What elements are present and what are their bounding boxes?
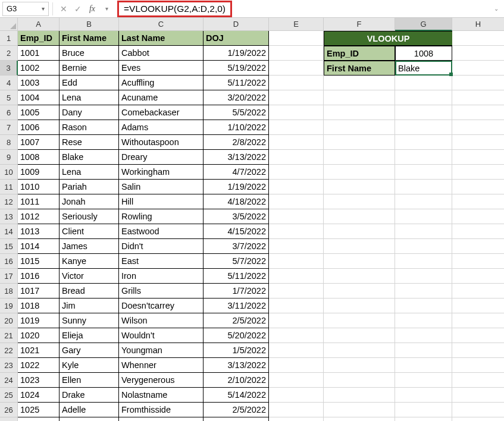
cell[interactable]: Blake — [60, 150, 119, 165]
header-lastname[interactable]: Last Name — [119, 31, 204, 46]
row-header[interactable]: 20 — [0, 313, 18, 328]
cell-empty[interactable] — [395, 403, 452, 417]
cell-empty[interactable] — [324, 417, 395, 421]
cell[interactable]: 3/13/2022 — [204, 150, 269, 165]
cell[interactable]: 1021 — [18, 343, 60, 358]
row-header[interactable]: 27 — [0, 417, 18, 421]
cell[interactable]: 3/11/2022 — [204, 299, 269, 313]
cell-empty[interactable] — [395, 180, 452, 194]
row-header[interactable]: 3 — [0, 61, 18, 76]
cell[interactable]: 1009 — [18, 165, 60, 180]
cell[interactable]: Workingham — [119, 165, 204, 180]
cell-empty[interactable] — [452, 194, 504, 209]
row-header[interactable]: 15 — [0, 239, 18, 254]
cell[interactable]: 1017 — [18, 284, 60, 299]
cell-empty[interactable] — [324, 388, 395, 403]
cell[interactable]: 1011 — [18, 194, 60, 209]
cell[interactable]: Nolastname — [119, 388, 204, 403]
cell-empty[interactable] — [395, 90, 452, 105]
cell-empty[interactable] — [324, 120, 395, 135]
cell-empty[interactable] — [324, 254, 395, 269]
cell[interactable]: Eastwood — [119, 224, 204, 239]
cell[interactable]: 5/7/2022 — [204, 254, 269, 269]
cell-empty[interactable] — [269, 224, 324, 239]
cell-empty[interactable] — [395, 284, 452, 299]
cell-empty[interactable] — [324, 403, 395, 417]
cell[interactable]: 1001 — [18, 46, 60, 61]
cell-empty[interactable] — [395, 209, 452, 224]
row-header[interactable]: 12 — [0, 194, 18, 209]
cell-empty[interactable] — [324, 165, 395, 180]
cell-empty[interactable] — [452, 90, 504, 105]
row-header[interactable]: 5 — [0, 90, 18, 105]
cell-empty[interactable] — [452, 31, 504, 46]
cell[interactable]: 1020 — [18, 328, 60, 343]
cell[interactable]: 2/8/2022 — [204, 135, 269, 150]
cell-empty[interactable] — [269, 194, 324, 209]
cell-empty[interactable] — [324, 76, 395, 90]
row-header[interactable]: 21 — [0, 328, 18, 343]
row-header[interactable]: 1 — [0, 31, 18, 46]
cell-empty[interactable] — [324, 224, 395, 239]
cell-empty[interactable] — [269, 76, 324, 90]
row-header[interactable]: 10 — [0, 165, 18, 180]
col-header-C[interactable]: C — [119, 18, 204, 31]
cell[interactable]: 1008 — [18, 150, 60, 165]
cell[interactable]: Whenner — [119, 358, 204, 373]
cell[interactable]: Ellen — [60, 373, 119, 388]
cell-empty[interactable] — [452, 61, 504, 76]
cell[interactable]: 3/5/2022 — [204, 209, 269, 224]
cell[interactable]: Bread — [60, 284, 119, 299]
vlookup-name-label[interactable]: First Name — [324, 61, 395, 76]
cell-empty[interactable] — [395, 76, 452, 90]
row-header[interactable]: 8 — [0, 135, 18, 150]
cell-empty[interactable] — [452, 224, 504, 239]
cell-empty[interactable] — [395, 343, 452, 358]
cell[interactable]: 1012 — [18, 209, 60, 224]
cell-empty[interactable] — [395, 254, 452, 269]
cell-empty[interactable] — [452, 417, 504, 421]
cell[interactable]: 5/14/2022 — [204, 388, 269, 403]
cell[interactable]: Edd — [60, 76, 119, 90]
row-header[interactable]: 24 — [0, 373, 18, 388]
cell-empty[interactable] — [452, 284, 504, 299]
cell-empty[interactable] — [452, 120, 504, 135]
cell[interactable]: Pariah — [60, 180, 119, 194]
cell[interactable]: 2/5/2022 — [204, 313, 269, 328]
cell[interactable]: 1007 — [18, 135, 60, 150]
cell[interactable]: 1025 — [18, 403, 60, 417]
cell-empty[interactable] — [452, 165, 504, 180]
row-header[interactable]: 25 — [0, 388, 18, 403]
cell-empty[interactable] — [269, 135, 324, 150]
cell-empty[interactable] — [324, 284, 395, 299]
cell[interactable]: Client — [60, 224, 119, 239]
cell[interactable]: Rason — [60, 120, 119, 135]
cell[interactable]: Jim — [60, 299, 119, 313]
cell[interactable]: East — [119, 254, 204, 269]
cell[interactable]: Bernie — [60, 61, 119, 76]
fx-icon[interactable]: fx — [85, 2, 99, 16]
cell[interactable]: Lena — [60, 165, 119, 180]
cell[interactable]: 1003 — [18, 76, 60, 90]
cell[interactable]: Kyle — [60, 358, 119, 373]
col-header-H[interactable]: H — [452, 18, 504, 31]
cell[interactable]: Kanye — [60, 254, 119, 269]
cancel-formula-icon[interactable]: ✕ — [57, 2, 71, 16]
col-header-F[interactable]: F — [324, 18, 395, 31]
cell[interactable]: 1015 — [18, 254, 60, 269]
cell[interactable]: 2/5/2022 — [204, 403, 269, 417]
cell-empty[interactable] — [395, 135, 452, 150]
cell-empty[interactable] — [269, 254, 324, 269]
cell-empty[interactable] — [269, 180, 324, 194]
cell[interactable]: Jonah — [60, 194, 119, 209]
select-all-corner[interactable] — [0, 18, 18, 31]
row-header[interactable]: 6 — [0, 105, 18, 120]
cell[interactable]: 3/13/2022 — [204, 358, 269, 373]
cell-empty[interactable] — [324, 209, 395, 224]
cell[interactable]: 1/5/2022 — [204, 343, 269, 358]
cell[interactable]: 1023 — [18, 373, 60, 388]
cell-empty[interactable] — [324, 180, 395, 194]
header-firstname[interactable]: First Name — [60, 31, 119, 46]
cell[interactable]: 1004 — [18, 90, 60, 105]
cell[interactable]: 1/19/2022 — [204, 46, 269, 61]
